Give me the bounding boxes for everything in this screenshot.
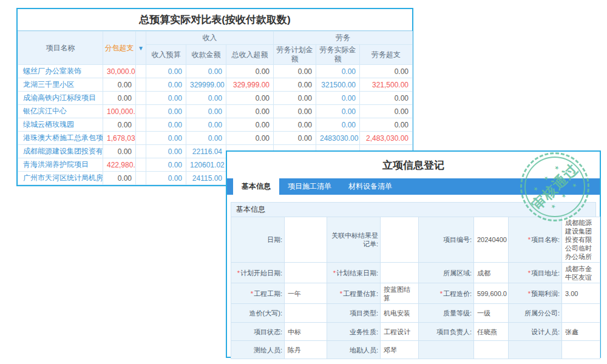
amount-cell: 0.00 [146,105,186,118]
amount-cell: 0.00 [103,145,136,158]
field-value-project-status[interactable]: 中标 [285,323,327,341]
amount-cell: 0.00 [274,65,316,78]
field-value-geotechnical[interactable]: 邓琴 [381,341,419,359]
field-value-plan-start-date[interactable] [285,263,327,283]
field-value-quality-grade[interactable]: 一级 [474,304,509,323]
amount-cell: 329999.00 [186,78,226,92]
amount-cell: 0.00 [226,65,274,78]
amount-cell: 0.00 [316,105,360,118]
comparison-table-title: 总预算实际对比表(按收付款取数) [18,9,412,31]
registration-form: 日期: 关联中标结果登记单: 项目编号: 20240400 *项目名称: 成都能… [231,217,600,359]
amount-cell: 0.00 [146,132,186,145]
table-row: 龙湖三千里小区 0.00 0.00 329999.00 329,999.00 0… [18,78,413,92]
col-header-labor-plan: 劳务计划金额 [274,45,316,65]
amount-cell: 0.00 [186,65,226,78]
col-header-labor-over: 劳务超支 [360,45,413,65]
sort-desc-icon[interactable]: ▼ [136,32,146,65]
amount-cell: 22116.04 [186,145,226,158]
project-link[interactable]: 广州市天河区统计局机房改造 [18,172,103,185]
field-value-cost-in-words[interactable] [285,304,327,323]
field-value-project-address[interactable]: 成都市金牛区友谊 [562,263,600,283]
amount-cell: 0.00 [146,158,186,172]
field-value-project-number[interactable]: 20240400 [474,217,509,263]
amount-cell: 0.00 [103,172,136,185]
form-row: 日期: 关联中标结果登记单: 项目编号: 20240400 *项目名称: 成都能… [231,217,600,263]
form-row: *计划开始日期: *计划结束日期: 所属区域: 成都 *项目地址: 成都市金牛区… [231,263,600,283]
amount-cell: 0.00 [274,118,316,132]
amount-cell: 321,500.00 [360,78,413,92]
form-row: 测绘人员: 陈丹 地勘人员: 邓琴 [231,341,600,359]
amount-cell: 422,980.00 [103,158,136,172]
field-label-business-nature: 业务性质: [327,323,381,341]
amount-cell: 0.00 [274,105,316,118]
amount-cell: 24115.00 [186,172,226,185]
amount-cell: 0.00 [186,118,226,132]
field-value-empty[interactable] [474,341,509,359]
field-label-empty [509,341,562,359]
field-label-project-address: *项目地址: [509,263,562,283]
amount-cell: 0.00 [316,92,360,105]
amount-cell: 0.00 [103,118,136,132]
amount-cell: 1,678,033.00 [103,132,136,145]
form-row: 项目状态: 中标 业务性质: 工程设计 项目负责人: 任晓燕 设计人员: 张鑫 [231,323,600,341]
project-link[interactable]: 青海洪湖养护院项目 [18,158,103,172]
project-link[interactable]: 螺丝厂办公室装饰 [18,65,103,78]
field-label-plan-start-date: *计划开始日期: [231,263,285,283]
project-link[interactable]: 成都能源建设集团投资有限公司 [18,145,103,158]
col-header-income-budget: 收入预算 [146,45,186,65]
field-value-surveyor[interactable]: 陈丹 [285,341,327,359]
field-label-linked-bid-result: 关联中标结果登记单: [327,217,381,263]
amount-cell: 30,000.00 [103,65,136,78]
field-label-designer: 设计人员: [509,323,562,341]
amount-cell: 0.00 [146,172,186,185]
tab-construction-list[interactable]: 项目施工清单 [279,178,340,195]
amount-cell: 100,000.00 [103,105,136,118]
tab-material-equipment-list[interactable]: 材料设备清单 [340,178,401,195]
amount-cell: 0.00 [274,92,316,105]
table-row: 螺丝厂办公室装饰 30,000.00 0.00 0.00 0.00 0.00 0… [18,65,413,78]
field-value-empty[interactable] [562,341,600,359]
field-value-business-nature[interactable]: 工程设计 [381,323,419,341]
field-value-linked-bid-result[interactable] [381,217,419,263]
field-label-plan-end-date: *计划结束日期: [327,263,381,283]
field-value-project-duration[interactable]: 一年 [285,283,327,304]
field-value-expected-profit[interactable]: 3.00 [562,283,600,304]
field-value-project-name[interactable]: 成都能源建设集团投资有限公司临时办公场所 [562,217,600,263]
table-row: 成渝高铁内江标段项目 0.00 0.00 0.00 0.00 0.00 0.00… [18,92,413,105]
amount-cell: 0.00 [146,118,186,132]
amount-cell: 0.00 [360,92,413,105]
amount-cell: 0.00 [146,65,186,78]
field-label-project-status: 项目状态: [231,323,285,341]
field-label-cost-in-words: 造价(大写): [231,304,285,323]
field-value-branch-company[interactable] [562,304,600,323]
field-value-project-manager[interactable]: 任晓燕 [474,323,509,341]
field-label-surveyor: 测绘人员: [231,341,285,359]
project-link[interactable]: 港珠澳大桥施工总承包项目 [18,132,103,145]
tab-basic-info[interactable]: 基本信息 [233,178,279,195]
table-row: 绿城云栖玫瑰园 0.00 0.00 0.00 0.00 0.00 0.00 0.… [18,118,413,132]
field-value-date[interactable] [285,217,327,263]
field-label-project-cost: *工程造价: [419,283,474,304]
field-label-project-name: *项目名称: [509,217,562,263]
registration-title: 立项信息登记 [227,152,600,178]
project-link[interactable]: 银亿滨江中心 [18,105,103,118]
field-value-quantity-estimate[interactable]: 按蓝图结算 [381,283,419,304]
field-value-designer[interactable]: 张鑫 [562,323,600,341]
col-header-subcontract-over[interactable]: 分包超支 [103,32,136,65]
col-header-labor-actual: 劳务实际金额 [316,45,360,65]
amount-cell: 0.00 [360,118,413,132]
field-value-project-type[interactable]: 机电安装 [381,304,419,323]
project-link[interactable]: 绿城云栖玫瑰园 [18,118,103,132]
field-value-region[interactable]: 成都 [474,263,509,283]
project-link[interactable]: 龙湖三千里小区 [18,78,103,92]
field-value-project-cost[interactable]: 599,600.0 [474,283,509,304]
amount-cell: 2,483,030.00 [360,132,413,145]
section-title-basic-info: 基本信息 [231,202,596,217]
field-value-plan-end-date[interactable] [381,263,419,283]
field-label-project-number: 项目编号: [419,217,474,263]
tab-bar: 基本信息 项目施工清单 材料设备清单 [227,178,600,195]
amount-cell: 0.00 [226,132,274,145]
field-label-empty [419,341,474,359]
project-link[interactable]: 成渝高铁内江标段项目 [18,92,103,105]
amount-cell: 0.00 [186,105,226,118]
